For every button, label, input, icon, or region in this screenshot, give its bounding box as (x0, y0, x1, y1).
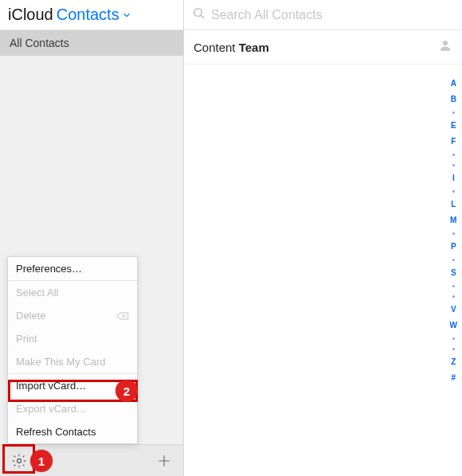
contact-row[interactable]: Content Team (184, 30, 462, 64)
index-dot (452, 232, 455, 235)
index-dot (452, 337, 455, 340)
index-letter[interactable]: A (451, 80, 456, 88)
menu-item-refresh[interactable]: Refresh Contacts (8, 420, 137, 443)
chevron-down-icon (121, 10, 132, 21)
menu-item-import-vcard[interactable]: Import vCard… (8, 374, 137, 397)
sidebar-header: iCloud Contacts (0, 0, 183, 30)
index-letter[interactable]: P (451, 243, 456, 251)
index-dot (452, 259, 455, 261)
search-row (184, 0, 462, 30)
menu-item-export-vcard[interactable]: Export vCard… (8, 397, 137, 420)
index-dot (452, 154, 455, 156)
menu-item-label: Delete (16, 310, 46, 322)
backspace-icon (116, 311, 129, 321)
contact-first: Content (194, 41, 236, 54)
gear-icon[interactable] (11, 453, 27, 469)
index-dot (452, 295, 455, 298)
index-letter[interactable]: # (451, 374, 456, 382)
index-letter[interactable]: V (451, 306, 456, 314)
menu-item-preferences[interactable]: Preferences… (8, 257, 137, 280)
main-pane: Content Team ABEFILMPSVWZ# (184, 0, 462, 476)
index-letter[interactable]: F (451, 138, 456, 146)
index-letter[interactable]: B (451, 96, 456, 103)
svg-point-1 (194, 8, 202, 16)
section-label: Contacts (57, 6, 119, 24)
menu-item-label: Print (16, 333, 37, 345)
menu-item-label: Export vCard… (16, 403, 87, 415)
plus-icon[interactable] (156, 453, 172, 469)
menu-item-print[interactable]: Print (8, 327, 137, 350)
alpha-index: ABEFILMPSVWZ# (450, 80, 457, 382)
sidebar: iCloud Contacts All Contacts (0, 0, 184, 476)
index-letter[interactable]: S (451, 269, 456, 277)
contact-last: Team (239, 41, 269, 54)
index-dot (452, 164, 455, 166)
menu-item-label: Refresh Contacts (16, 426, 96, 438)
index-dot (452, 348, 455, 350)
index-dot (452, 190, 455, 193)
search-input[interactable] (211, 8, 454, 22)
svg-point-2 (443, 41, 448, 45)
index-letter[interactable]: I (452, 174, 455, 182)
brand-label: iCloud (8, 6, 53, 24)
avatar-icon (438, 38, 452, 56)
index-letter[interactable]: Z (451, 358, 456, 366)
sidebar-footer (0, 444, 183, 476)
search-icon (192, 6, 206, 24)
menu-item-select-all[interactable]: Select All (8, 281, 137, 304)
index-letter[interactable]: L (451, 201, 456, 209)
menu-item-make-my-card[interactable]: Make This My Card (8, 350, 137, 373)
contact-name: Content Team (194, 41, 269, 54)
index-letter[interactable]: E (451, 122, 456, 130)
index-dot (452, 285, 455, 287)
menu-item-delete[interactable]: Delete (8, 304, 137, 327)
menu-item-label: Make This My Card (16, 356, 105, 368)
app-root: iCloud Contacts All Contacts (0, 0, 462, 476)
index-letter[interactable]: M (450, 217, 456, 224)
index-dot (452, 111, 455, 114)
menu-item-label: Select All (16, 287, 58, 298)
svg-point-0 (18, 458, 22, 462)
index-letter[interactable]: W (450, 322, 457, 330)
section-dropdown[interactable]: Contacts (57, 6, 132, 24)
sidebar-item-label: All Contacts (10, 37, 69, 49)
actions-menu: Preferences… Select All Delete Print Ma (7, 256, 138, 444)
sidebar-item-all-contacts[interactable]: All Contacts (0, 30, 183, 56)
menu-item-label: Import vCard… (16, 380, 86, 392)
menu-item-label: Preferences… (16, 263, 82, 275)
